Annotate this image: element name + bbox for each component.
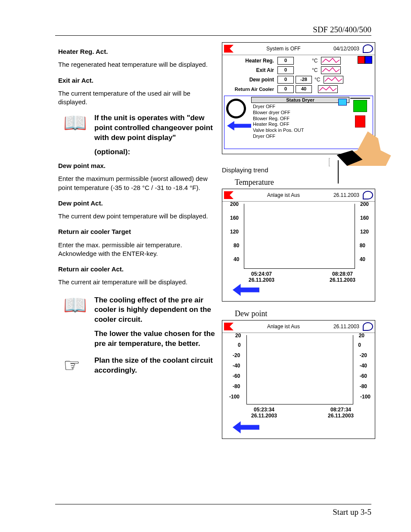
right-column: System is OFF 04/12/2003 Heater Reg. 0 °… <box>222 42 375 439</box>
xtick: 05:24:07 26.11.2003 <box>238 271 285 283</box>
chart2-date: 26.11.2003 <box>333 324 359 330</box>
rule-top <box>55 35 371 36</box>
hmi-status: System is OFF <box>234 46 333 52</box>
ytick: 160 <box>230 215 239 221</box>
row-return-air: Return Air Cooler 0 40 <box>222 84 375 94</box>
ytick-r: 160 <box>360 215 369 221</box>
para-dewpoint-act: The current dew point temperature will b… <box>58 212 217 221</box>
status-line: Blower Reg. OFF <box>253 116 349 122</box>
note1-line2: (optional): <box>94 147 217 157</box>
chart1-title: Temperature <box>235 178 375 187</box>
note1-line1: If the unit is operates with "dew point … <box>94 113 217 143</box>
hmi-topbar: System is OFF 04/12/2003 <box>222 43 375 55</box>
ytick: -20 <box>233 352 240 358</box>
flag-icon[interactable] <box>224 45 234 53</box>
val-exit-air[interactable]: 0 <box>277 66 294 74</box>
unit-dew: °C <box>314 77 320 83</box>
chart2-status: Anlage ist Aus <box>234 324 333 330</box>
xtick: 08:28:07 26.11.2003 <box>319 271 366 283</box>
alarm-light[interactable] <box>358 56 372 64</box>
ytick-r: 20 <box>359 333 364 339</box>
ytick: 80 <box>234 243 239 249</box>
back-button[interactable] <box>233 421 259 433</box>
val-dew-act[interactable]: 0 <box>277 76 294 84</box>
status-line: Valve block in Pos. OUT <box>253 128 349 134</box>
rule-bottom <box>55 504 371 504</box>
unit-heater-reg: °C <box>312 58 318 64</box>
note2-line2: The lower the value chosen for the pre a… <box>94 329 217 349</box>
trend-caption: Displaying trend <box>222 166 268 174</box>
chart-dewpoint: Anlage ist Aus 26.11.2003 20 0 -20 -40 -… <box>222 320 375 439</box>
lbl-exit-air: Exit Air <box>222 67 277 73</box>
lbl-return-air: Return Air Cooler <box>222 87 277 92</box>
hmi-date: 04/12/2003 <box>333 46 359 52</box>
row-exit-air: Exit Air 0 °C <box>222 65 375 75</box>
mini-chart <box>338 160 339 184</box>
lbl-heater-reg: Heater Reg. <box>222 58 277 64</box>
ytick: 20 <box>235 333 241 339</box>
val-return-tgt[interactable]: 40 <box>296 85 312 93</box>
note2-line1: The cooling effect of the pre air cooler… <box>94 296 217 325</box>
ytick-r: -80 <box>360 383 367 389</box>
status-lines: Dryer OFF Blower dryer OFF Blower Reg. O… <box>251 104 349 140</box>
ytick-r: 80 <box>360 243 365 249</box>
xtick: 05:23:34 26.11.2003 <box>240 407 288 419</box>
ytick-r: -20 <box>360 352 367 358</box>
dryer-diagram <box>350 98 370 99</box>
row-dew-point: Dew point 0 -28 °C <box>222 75 375 84</box>
flag-icon[interactable] <box>224 323 234 330</box>
ytick-r: -40 <box>360 363 367 369</box>
val-return-act[interactable]: 0 <box>277 85 294 93</box>
chart2-topbar: Anlage ist Aus 26.11.2003 <box>222 320 375 333</box>
note3-line: Plan the size of the coolant circuit acc… <box>94 356 217 376</box>
heading-return-act: Return air cooler Act. <box>58 265 217 274</box>
heading-dewpoint-act: Dew point Act. <box>58 199 217 208</box>
heading-heater-reg: Heater Reg. Act. <box>58 47 217 56</box>
back-button[interactable] <box>227 121 251 131</box>
note-plan-coolant: ☞ Plan the size of the coolant circuit a… <box>58 356 217 376</box>
val-heater-reg[interactable]: 0 <box>277 57 294 65</box>
ytick-r: 200 <box>360 201 369 207</box>
status-dryer-box: Status Dryer Dryer OFF Blower dryer OFF … <box>224 96 373 149</box>
ytick-r: 120 <box>360 229 369 235</box>
doc-header: SDF 250/400/500 <box>313 25 371 34</box>
note-cooling-effect: 📖 The cooling effect of the pre air cool… <box>58 296 217 349</box>
val-dew-tgt[interactable]: -28 <box>296 76 312 84</box>
trend-button-exit[interactable] <box>321 66 341 74</box>
row-heater-reg: Heater Reg. 0 °C <box>222 56 375 65</box>
para-return-act: The current air temperature will be disp… <box>58 278 217 286</box>
left-column: Heater Reg. Act. The regenerated heat te… <box>58 47 217 380</box>
chart1-date: 26.11.2003 <box>333 192 359 198</box>
ytick-r: 40 <box>360 256 365 262</box>
trend-button-dew[interactable] <box>324 76 343 84</box>
status-line: Dryer OFF <box>253 134 349 140</box>
hmi-panel: System is OFF 04/12/2003 Heater Reg. 0 °… <box>222 42 375 154</box>
ytick: 120 <box>230 229 239 235</box>
note-dewpoint-option: 📖 If the unit is operates with "dew poin… <box>58 113 217 157</box>
back-button[interactable] <box>233 284 259 296</box>
pointing-hand-icon: ☞ <box>63 356 80 375</box>
book-icon: 📖 <box>63 113 87 132</box>
para-dewpoint-max: Enter the maximum permissible (worst all… <box>58 174 217 192</box>
logo-icon <box>363 322 373 331</box>
para-exit-air: The current temperature of the used air … <box>58 89 217 107</box>
trend-button-heater[interactable] <box>321 57 341 65</box>
ytick: -40 <box>233 363 240 369</box>
save-icon[interactable] <box>338 99 347 106</box>
para-return-target: Enter the max. permissible air temperatu… <box>58 241 217 258</box>
para-heater-reg: The regenerated heat temperature will be… <box>58 60 217 69</box>
clock-icon[interactable] <box>226 99 246 118</box>
ytick: 0 <box>238 342 241 348</box>
doc-footer: Start up 3-5 <box>333 507 371 517</box>
ytick-r: -60 <box>360 373 367 379</box>
trend-button-return[interactable] <box>318 85 338 93</box>
status-line: Heater Reg. OFF <box>253 121 349 128</box>
flag-icon[interactable] <box>224 191 234 199</box>
chart1-plot <box>244 204 355 269</box>
status-line: Blower dryer OFF <box>253 110 349 116</box>
status-title: Status Dryer <box>251 97 349 103</box>
chart1-status: Anlage ist Aus <box>234 192 333 198</box>
ytick: 200 <box>230 201 239 207</box>
ytick: -100 <box>229 394 240 400</box>
xtick: 08:27:34 26.11.2003 <box>317 407 364 419</box>
